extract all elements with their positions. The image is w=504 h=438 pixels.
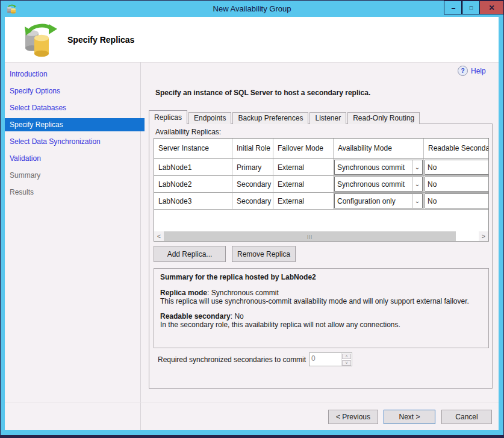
sidebar-item-select-data-synchronization[interactable]: Select Data Synchronization	[10, 136, 101, 147]
help-label: Help	[471, 67, 486, 75]
chevron-down-icon[interactable]: ⌄	[412, 194, 422, 208]
database-sync-icon	[20, 23, 58, 58]
sidebar-item-validation[interactable]: Validation	[10, 153, 41, 164]
cell-failover-mode: External	[273, 176, 334, 192]
table-row[interactable]: LabNode1 Primary External Synchronous co…	[154, 159, 488, 176]
cell-failover-mode: External	[273, 193, 334, 209]
scrollbar-thumb[interactable]: |||	[164, 231, 456, 241]
scroll-left-button[interactable]: <	[154, 231, 164, 241]
help-icon: ?	[458, 66, 468, 76]
sidebar-item-summary: Summary	[10, 170, 40, 181]
spinner-value[interactable]: 0	[310, 353, 341, 366]
add-replica-button[interactable]: Add Replica...	[154, 246, 226, 262]
window-title: New Availability Group	[1, 1, 503, 17]
window-border-bottom	[1, 430, 503, 435]
tab-backup-preferences[interactable]: Backup Preferences	[232, 112, 308, 124]
close-icon: ✕	[488, 4, 494, 12]
tab-read-only-routing[interactable]: Read-Only Routing	[347, 112, 420, 124]
readable-secondary-dropdown[interactable]: No	[425, 177, 488, 192]
availability-replicas-label: Availability Replicas:	[155, 128, 221, 136]
summary-replica-mode-desc: This replica will use synchronous-commit…	[160, 297, 482, 305]
titlebar[interactable]: New Availability Group ▬ □ ✕	[1, 1, 503, 17]
col-server-instance: Server Instance	[154, 139, 232, 158]
horizontal-scrollbar[interactable]: < ||| >	[154, 231, 488, 241]
sidebar-item-specify-replicas[interactable]: Specify Replicas	[5, 118, 145, 131]
availability-mode-value: Synchronous commit	[335, 180, 412, 189]
table-header-row: Server Instance Initial Role Failover Mo…	[154, 139, 488, 159]
tab-endpoints[interactable]: Endpoints	[188, 112, 231, 124]
cell-server: LabNode2	[154, 176, 232, 192]
scrollbar-track[interactable]: |||	[164, 231, 479, 241]
cell-initial-role: Secondary	[232, 193, 273, 209]
summary-readable-line: Readable secondary: No	[160, 312, 482, 321]
availability-mode-value: Synchronous commit	[335, 163, 412, 172]
next-button[interactable]: Next >	[384, 410, 435, 424]
readable-secondary-dropdown[interactable]: No	[425, 193, 488, 208]
replica-summary-panel: Summary for the replica hosted by LabNod…	[154, 268, 489, 348]
sidebar-item-results: Results	[10, 187, 34, 198]
cell-server: LabNode1	[154, 159, 232, 175]
table-row[interactable]: LabNode3 Secondary External Configuratio…	[154, 193, 488, 210]
cell-server: LabNode3	[154, 193, 232, 209]
page-title: Specify Replicas	[67, 35, 134, 45]
readable-secondary-label: Readable secondary	[160, 312, 231, 321]
cell-initial-role: Secondary	[232, 176, 273, 192]
spinner-buttons: ˄ ˅	[341, 353, 352, 366]
sidebar-item-select-databases[interactable]: Select Databases	[10, 102, 66, 113]
spin-up-icon[interactable]: ˄	[342, 354, 351, 359]
scroll-right-button[interactable]: >	[479, 231, 488, 241]
spin-down-icon[interactable]: ˅	[342, 360, 351, 366]
readable-secondary-value: No	[425, 197, 488, 205]
summary-readable-desc: In the secondary role, this availability…	[160, 321, 482, 329]
chevron-down-icon[interactable]: ⌄	[412, 177, 422, 191]
col-initial-role: Initial Role	[232, 139, 273, 158]
instruction-text: Specify an instance of SQL Server to hos…	[155, 89, 370, 97]
availability-mode-dropdown[interactable]: Synchronous commit ⌄	[334, 177, 423, 192]
chevron-down-icon[interactable]: ⌄	[412, 160, 422, 174]
availability-mode-value: Configuration only	[335, 197, 412, 205]
close-button[interactable]: ✕	[479, 1, 504, 14]
required-secondaries-label: Required synchronized secondaries to com…	[158, 355, 306, 364]
replicas-table: Server Instance Initial Role Failover Mo…	[154, 138, 489, 242]
window-border-left	[1, 17, 5, 435]
readable-secondary-dropdown[interactable]: No	[425, 160, 488, 175]
required-secondaries-spinner[interactable]: 0 ˄ ˅	[309, 352, 352, 366]
readable-secondary-summary-value: : No	[231, 312, 244, 321]
footer-divider	[5, 402, 499, 402]
sidebar-item-specify-options[interactable]: Specify Options	[10, 86, 60, 96]
window-border-right	[499, 17, 503, 435]
cell-initial-role: Primary	[232, 159, 273, 175]
summary-replica-mode-line: Replica mode: Synchronous commit	[160, 289, 482, 297]
cancel-button[interactable]: Cancel	[441, 410, 492, 424]
availability-mode-dropdown[interactable]: Synchronous commit ⌄	[334, 160, 423, 175]
col-failover-mode: Failover Mode	[273, 139, 334, 158]
minimize-icon: ▬	[452, 6, 455, 10]
maximize-button[interactable]: □	[461, 1, 481, 14]
help-link[interactable]: ? Help	[458, 66, 486, 76]
minimize-button[interactable]: ▬	[444, 1, 463, 14]
tab-replicas[interactable]: Replicas	[149, 110, 187, 124]
maximize-icon: □	[470, 5, 473, 11]
sidebar-item-introduction[interactable]: Introduction	[10, 69, 48, 80]
summary-title: Summary for the replica hosted by LabNod…	[160, 273, 482, 281]
replica-mode-label: Replica mode	[160, 289, 207, 297]
window: New Availability Group ▬ □ ✕ Specify Rep…	[0, 0, 504, 438]
tab-strip: Replicas Endpoints Backup Preferences Li…	[149, 111, 421, 124]
previous-button[interactable]: < Previous	[328, 410, 378, 424]
readable-secondary-value: No	[425, 163, 488, 172]
sidebar-divider	[140, 62, 141, 430]
readable-secondary-value: No	[425, 180, 488, 189]
remove-replica-button[interactable]: Remove Replica	[232, 246, 296, 262]
table-row[interactable]: LabNode2 Secondary External Synchronous …	[154, 176, 488, 193]
replica-mode-value: : Synchronous commit	[207, 289, 279, 297]
col-availability-mode: Availability Mode	[334, 139, 424, 158]
availability-mode-dropdown[interactable]: Configuration only ⌄	[334, 193, 423, 208]
col-readable-secondary: Readable Secondary	[424, 139, 488, 158]
tab-listener[interactable]: Listener	[310, 112, 346, 124]
cell-failover-mode: External	[273, 159, 334, 175]
